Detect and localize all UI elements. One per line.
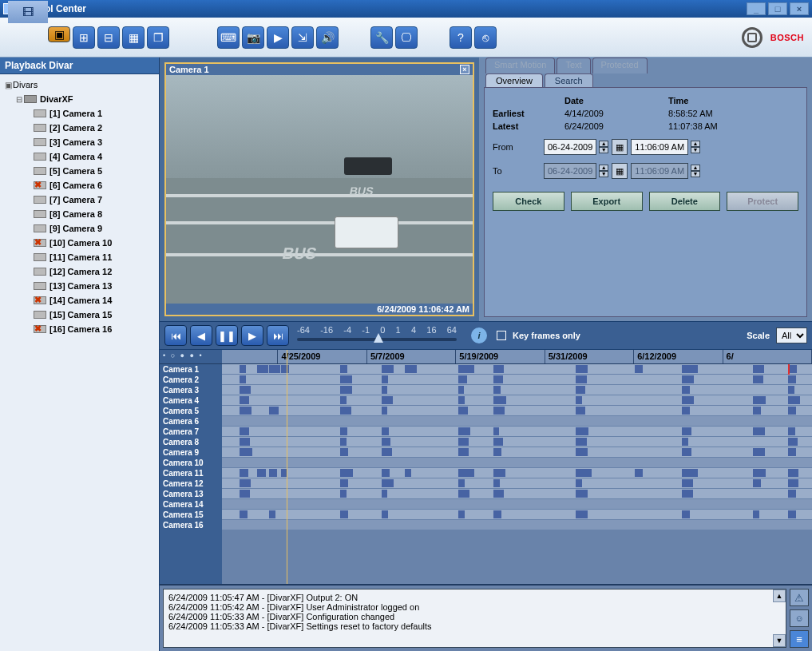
step-forward-button[interactable]: ⏭ (267, 325, 289, 346)
to-time-input[interactable]: 11:06:09 AM (631, 163, 688, 179)
video-image: BUS BUS (166, 75, 473, 304)
tab-search[interactable]: Search (545, 73, 593, 87)
tree-camera[interactable]: [10] Camera 10 (2, 236, 157, 250)
timeline-dots: • ○ ● ● • (160, 350, 222, 364)
tree-device[interactable]: ⊟DivarXF (2, 92, 157, 106)
from-time-input[interactable]: 11:06:09 AM (631, 139, 688, 155)
tab-overview[interactable]: Overview (485, 73, 543, 87)
event-log[interactable]: 6/24/2009 11:05:47 AM - [DivarXF] Output… (163, 589, 786, 648)
settings-button[interactable]: 🔧 (370, 26, 393, 49)
tree-camera[interactable]: [6] Camera 6 (2, 178, 157, 193)
layout-4-button[interactable]: ⊞ (73, 26, 95, 49)
timeline-track[interactable] (222, 364, 812, 375)
to-date-input[interactable]: 06-24-2009 (544, 163, 596, 179)
delete-button[interactable]: Delete (649, 192, 721, 211)
timeline-track[interactable] (222, 427, 812, 437)
export-button-toolbar[interactable]: ⇲ (291, 26, 314, 49)
camera-icon (34, 296, 46, 304)
timeline-label: Camera 16 (160, 520, 222, 530)
logout-button[interactable]: ⎋ (474, 26, 497, 49)
calc-button[interactable]: ⌨ (217, 26, 240, 49)
to-date-picker[interactable]: ▦ (612, 163, 628, 179)
timeline-track[interactable] (222, 520, 812, 530)
timeline[interactable]: • ○ ● ● • Camera 1Camera 2Camera 3Camera… (160, 350, 812, 584)
tree-camera[interactable]: [14] Camera 14 (2, 293, 157, 308)
protect-button[interactable]: Protect (727, 192, 798, 211)
check-button[interactable]: Check (493, 192, 564, 211)
from-date-input[interactable]: 06-24-2009 (544, 139, 596, 155)
timeline-track[interactable] (222, 489, 812, 499)
scale-select[interactable]: All (776, 327, 807, 343)
timeline-track[interactable] (222, 478, 812, 489)
play-reverse-button[interactable]: ◀ (190, 325, 212, 346)
camera-icon (34, 167, 46, 175)
tree-camera[interactable]: [1] Camera 1 (2, 106, 157, 121)
step-back-button[interactable]: ⏮ (164, 325, 187, 346)
video-cameo[interactable]: Camera 1× BUS BUS 6/24/2009 11:06:42 AM (164, 62, 474, 316)
help-button[interactable]: ? (450, 26, 472, 49)
pause-button[interactable]: ❚❚ (216, 325, 238, 346)
tab-protected[interactable]: Protected (592, 58, 648, 73)
log-filter-user-button[interactable]: ☺ (790, 609, 809, 627)
tree-camera[interactable]: [13] Camera 13 (2, 279, 157, 293)
tree-root[interactable]: ▣Divars (2, 77, 157, 92)
tab-smart-motion[interactable]: Smart Motion (485, 58, 555, 73)
timeline-track[interactable] (222, 395, 812, 406)
timeline-label: Camera 13 (160, 489, 222, 499)
audio-button[interactable]: 🔊 (316, 26, 339, 49)
tree-camera[interactable]: [4] Camera 4 (2, 149, 157, 164)
tools-group: ⌨ 📷 ▶ ⇲ 🔊 (217, 26, 339, 49)
timeline-track[interactable] (222, 458, 812, 468)
title-bar: Control Center _ □ × (0, 0, 812, 18)
dvr-icon (24, 95, 37, 103)
export-button[interactable]: Export (571, 192, 643, 211)
speed-slider[interactable]: -64-16-4-10141664 (297, 325, 457, 346)
timeline-track[interactable] (222, 416, 812, 427)
device-tree[interactable]: ▣Divars ⊟DivarXF [1] Camera 1[2] Camera … (0, 74, 159, 651)
cameo-close-icon[interactable]: × (460, 65, 469, 74)
scroll-down-icon[interactable]: ▼ (773, 634, 786, 647)
snapshot-button[interactable]: 📷 (242, 26, 264, 49)
info-icon[interactable]: i (471, 327, 487, 343)
timeline-track[interactable] (222, 468, 812, 478)
maximize-button[interactable]: □ (768, 2, 787, 15)
keyframes-checkbox[interactable] (497, 331, 506, 340)
layout-16-button[interactable]: ▦ (122, 26, 145, 49)
log-filter-system-button[interactable]: ≡ (790, 630, 809, 648)
tree-camera[interactable]: [12] Camera 12 (2, 264, 157, 279)
slider-thumb-icon[interactable] (374, 333, 383, 343)
timeline-track[interactable] (222, 385, 812, 395)
scroll-up-icon[interactable]: ▲ (773, 589, 786, 602)
tab-text[interactable]: Text (557, 58, 590, 73)
timeline-track[interactable] (222, 375, 812, 385)
log-line: 6/24/2009 11:05:33 AM - [DivarXF] Settin… (168, 621, 781, 631)
timeline-track[interactable] (222, 447, 812, 458)
from-date-picker[interactable]: ▦ (612, 139, 628, 155)
timeline-cursor[interactable] (287, 350, 287, 584)
tree-camera[interactable]: [5] Camera 5 (2, 164, 157, 178)
timeline-track[interactable] (222, 406, 812, 416)
minimize-button[interactable]: _ (747, 2, 766, 15)
timeline-track[interactable] (222, 437, 812, 447)
timeline-track[interactable] (222, 499, 812, 510)
timeline-track[interactable] (222, 510, 812, 520)
layout-1-button[interactable]: ▣ (48, 26, 70, 42)
camera-icon (34, 224, 46, 232)
close-button[interactable]: × (790, 2, 809, 15)
to-label: To (493, 166, 541, 176)
tree-camera[interactable]: [9] Camera 9 (2, 221, 157, 236)
layout-multi-button[interactable]: ❐ (147, 26, 169, 49)
tree-camera[interactable]: [2] Camera 2 (2, 121, 157, 135)
log-filter-alert-button[interactable]: ⚠ (790, 589, 809, 606)
tree-camera[interactable]: [15] Camera 15 (2, 308, 157, 322)
layout-9-button[interactable]: ⊟ (97, 26, 120, 49)
layout-group: ▣ ⊞ ⊟ ▦ ❐ (48, 26, 169, 49)
tree-camera[interactable]: [16] Camera 16 (2, 322, 157, 336)
play-forward-button[interactable]: ▶ (241, 325, 263, 346)
tree-camera[interactable]: [3] Camera 3 (2, 135, 157, 149)
tree-camera[interactable]: [8] Camera 8 (2, 207, 157, 221)
tree-camera[interactable]: [7] Camera 7 (2, 193, 157, 207)
tree-camera[interactable]: [11] Camera 11 (2, 250, 157, 264)
play-button-toolbar[interactable]: ▶ (267, 26, 289, 49)
monitor-button[interactable]: 🖵 (395, 26, 418, 49)
